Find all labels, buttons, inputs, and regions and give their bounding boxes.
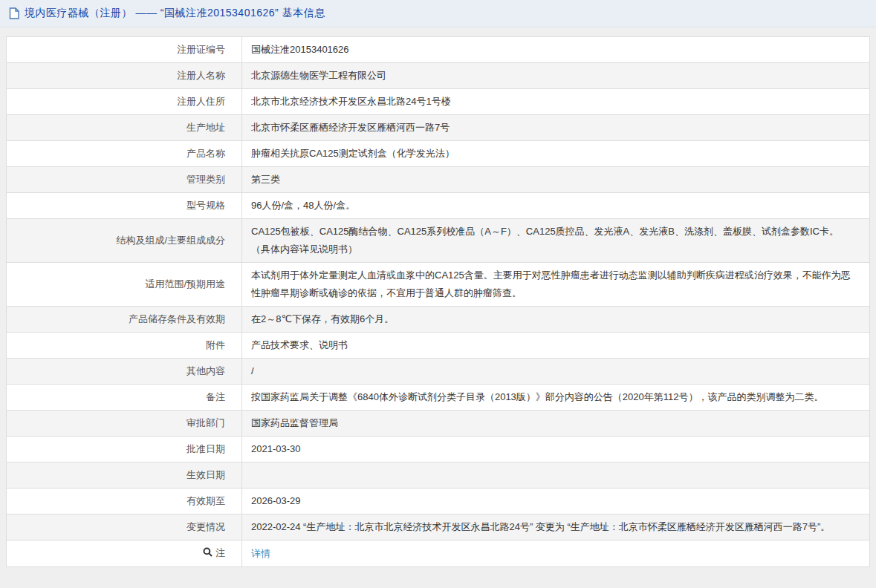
row-label: 结构及组成/主要组成成分	[7, 219, 242, 263]
row-value: 本试剂用于体外定量测定人血清或血浆中的CA125含量。主要用于对恶性肿瘤患者进行…	[242, 263, 870, 307]
note-label: 注	[215, 547, 225, 558]
table-row: 审批部门 国家药品监督管理局	[7, 411, 870, 437]
table-row: 注册人名称 北京源德生物医学工程有限公司	[7, 63, 870, 89]
table-row: 适用范围/预期用途 本试剂用于体外定量测定人血清或血浆中的CA125含量。主要用…	[7, 263, 870, 307]
details-link[interactable]: 详情	[251, 548, 270, 559]
row-label: 产品储存条件及有效期	[7, 307, 242, 333]
row-label: 审批部门	[7, 411, 242, 437]
table-row: 生效日期	[7, 463, 870, 489]
row-label: 有效期至	[7, 489, 242, 514]
row-label: 注	[7, 540, 242, 567]
row-value: 2026-03-29	[242, 489, 870, 514]
table-row: 备注 按国家药监局关于调整《6840体外诊断试剂分类子目录（2013版）》部分内…	[7, 385, 870, 411]
row-value: 肿瘤相关抗原CA125测定试剂盒（化学发光法）	[242, 141, 870, 167]
row-value: 按国家药监局关于调整《6840体外诊断试剂分类子目录（2013版）》部分内容的公…	[242, 385, 870, 411]
table-row: 产品储存条件及有效期 在2～8℃下保存，有效期6个月。	[7, 307, 870, 333]
row-label: 产品名称	[7, 141, 242, 167]
row-label: 管理类别	[7, 167, 242, 193]
row-label: 附件	[7, 333, 242, 359]
row-label: 批准日期	[7, 437, 242, 463]
table-row: 管理类别 第三类	[7, 167, 870, 193]
table-row: 其他内容 /	[7, 359, 870, 385]
row-value: 产品技术要求、说明书	[242, 333, 870, 359]
registration-info-table: 注册证编号 国械注准20153401626 注册人名称 北京源德生物医学工程有限…	[6, 36, 870, 567]
table-row: 型号规格 96人份/盒，48人份/盒。	[7, 193, 870, 219]
row-value: 北京市北京经济技术开发区永昌北路24号1号楼	[242, 89, 870, 115]
row-label: 适用范围/预期用途	[7, 263, 242, 307]
row-value: 国家药品监督管理局	[242, 411, 870, 437]
row-label: 备注	[7, 385, 242, 411]
table-row: 结构及组成/主要组成成分 CA125包被板、CA125酶结合物、CA125系列校…	[7, 219, 870, 263]
row-value: 国械注准20153401626	[242, 37, 870, 63]
row-value: 2021-03-30	[242, 437, 870, 463]
table-row: 附件 产品技术要求、说明书	[7, 333, 870, 359]
row-label: 生效日期	[7, 463, 242, 489]
row-value: 详情	[242, 540, 870, 567]
table-row: 注册证编号 国械注准20153401626	[7, 37, 870, 63]
row-value: 北京源德生物医学工程有限公司	[242, 63, 870, 89]
row-label: 注册人名称	[7, 63, 242, 89]
table-row: 注册人住所 北京市北京经济技术开发区永昌北路24号1号楼	[7, 89, 870, 115]
row-value: CA125包被板、CA125酶结合物、CA125系列校准品（A～F）、CA125…	[242, 219, 870, 263]
table-row: 生产地址 北京市怀柔区雁栖经济开发区雁栖河西一路7号	[7, 115, 870, 141]
table-row: 批准日期 2021-03-30	[7, 437, 870, 463]
row-value: 在2～8℃下保存，有效期6个月。	[242, 307, 870, 333]
row-value: 2022-02-24 “生产地址：北京市北京经济技术开发区永昌北路24号” 变更…	[242, 514, 870, 540]
table-row-note: 注 详情	[7, 540, 870, 567]
page-header: 境内医疗器械（注册） —— “国械注准20153401626” 基本信息	[0, 0, 876, 27]
page-title: 境内医疗器械（注册） —— “国械注准20153401626” 基本信息	[25, 7, 325, 20]
magnifier-icon	[203, 545, 212, 563]
document-icon	[9, 7, 19, 19]
row-label: 注册证编号	[7, 37, 242, 63]
row-value: /	[242, 359, 870, 385]
table-row: 变更情况 2022-02-24 “生产地址：北京市北京经济技术开发区永昌北路24…	[7, 514, 870, 540]
row-value: 96人份/盒，48人份/盒。	[242, 193, 870, 219]
table-row: 产品名称 肿瘤相关抗原CA125测定试剂盒（化学发光法）	[7, 141, 870, 167]
row-label: 生产地址	[7, 115, 242, 141]
row-value	[242, 463, 870, 489]
row-value: 北京市怀柔区雁栖经济开发区雁栖河西一路7号	[242, 115, 870, 141]
row-label: 注册人住所	[7, 89, 242, 115]
row-label: 型号规格	[7, 193, 242, 219]
table-row: 有效期至 2026-03-29	[7, 489, 870, 514]
row-value: 第三类	[242, 167, 870, 193]
row-label: 变更情况	[7, 514, 242, 540]
row-label: 其他内容	[7, 359, 242, 385]
